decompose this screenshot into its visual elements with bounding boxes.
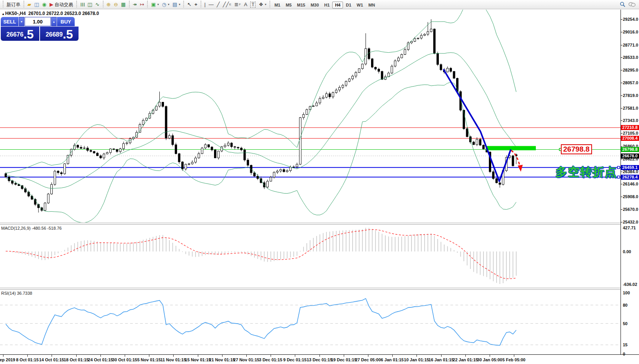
zoom-in-icon: ⊕	[107, 2, 111, 7]
rsi-pane-surface[interactable]	[0, 290, 621, 355]
equidistant-channel-icon: ╱╱	[223, 2, 229, 7]
chart-window-icon[interactable]: ◫	[33, 2, 40, 8]
time-axis-tick	[392, 355, 393, 357]
search-icon[interactable]	[620, 2, 626, 7]
main-chart-surface[interactable]	[0, 10, 621, 222]
line-chart-icon[interactable]: ∿	[94, 2, 101, 8]
price-axis-tick	[621, 159, 622, 159]
chart-settings-dropdown[interactable]: ▤▾	[171, 1, 182, 8]
text-label-icon[interactable]: T	[249, 1, 257, 8]
time-axis-label: 13 Dec 01:15	[307, 357, 333, 362]
time-axis-tick	[514, 355, 514, 357]
time-axis-label: 27 Nov 01:15	[233, 357, 259, 362]
new-chart-dropdown[interactable]: ▣▾	[149, 1, 160, 8]
time-axis-tick	[149, 355, 149, 357]
price-axis-tick	[621, 19, 622, 20]
autotrading-button-label: 自动交易	[55, 1, 73, 8]
cursor-icon[interactable]: ↖	[186, 2, 193, 8]
crosshair-icon[interactable]: ⌖	[193, 2, 199, 8]
time-axis-tick	[173, 355, 174, 357]
time-axis-tick	[441, 355, 442, 357]
time-axis-label: 22 Jan 01:15	[453, 357, 478, 362]
price-axis-label: 25908.0	[623, 194, 638, 199]
macd-pane-surface[interactable]	[0, 225, 621, 287]
timeframe-button-M15[interactable]: M15	[294, 2, 308, 8]
price-axis-tick	[621, 108, 622, 109]
trendline-icon: ╱	[217, 2, 220, 7]
timeframe-button-M1[interactable]: M1	[272, 2, 283, 8]
rsi-axis-label: 0	[623, 352, 625, 356]
timeframe-button-W1[interactable]: W1	[354, 2, 366, 8]
pane-divider[interactable]	[0, 223, 621, 225]
timeframe-button-MN[interactable]: MN	[366, 2, 378, 8]
horizontal-line-icon: —	[209, 2, 214, 7]
chart-shift-icon: ↦	[140, 2, 144, 7]
macd-axis-max: 427.71	[623, 225, 636, 230]
pane-divider[interactable]	[0, 288, 621, 290]
zoom-in-icon[interactable]: ⊕	[105, 2, 112, 8]
arrows-dropdown[interactable]: ❖▾	[257, 1, 268, 8]
time-axis-label: 30 Jan 05:00	[477, 357, 502, 362]
autotrading-button[interactable]: ▶自动交易	[48, 1, 75, 8]
arrows-dropdown: ❖	[259, 2, 263, 7]
price-tag: 26459.1	[621, 165, 639, 170]
price-axis-label: 28533.0	[623, 55, 638, 60]
time-axis-tick	[3, 355, 3, 357]
toolbar-grip	[129, 1, 130, 7]
time-axis-tick	[295, 355, 295, 357]
tile-windows-icon[interactable]: ▦	[119, 2, 127, 8]
price-axis-label: 28057.0	[623, 80, 638, 85]
bar-chart-icon[interactable]: ☰	[79, 2, 86, 8]
bar-chart-icon: ☰	[79, 2, 85, 7]
time-axis-label: 19 Dec 01:15	[331, 357, 357, 362]
time-axis-tick	[465, 355, 466, 357]
horizontal-line-icon[interactable]: —	[207, 2, 215, 8]
fibonacci-icon[interactable]: ≣F	[233, 1, 243, 8]
timeframe-button-M30[interactable]: M30	[308, 2, 321, 8]
price-axis-label: 27105.0	[623, 131, 638, 135]
gold-box-icon[interactable]: ▰	[26, 2, 33, 8]
candlestick-chart-icon[interactable]: ◫	[86, 2, 94, 8]
profiles-dropdown[interactable]: ◷▾	[161, 1, 171, 8]
time-axis-label: 5 Nov 01:15	[137, 357, 161, 362]
time-axis-label: 21 Nov 01:15	[209, 357, 235, 362]
rsi-axis-label: 80	[623, 303, 627, 307]
zoom-out-icon[interactable]: ⊖	[112, 2, 119, 8]
chart-shift-icon[interactable]: ↦	[139, 2, 146, 8]
timeframe-button-H4[interactable]: H4	[332, 2, 343, 8]
trendline-icon[interactable]: ╱	[215, 2, 221, 8]
macd-indicator-label: MACD(12,26,9) -480.56 -518.76	[1, 226, 62, 230]
time-axis-tick	[222, 355, 222, 357]
dropdown-arrow-icon: ▾	[179, 1, 180, 8]
timeframe-button-H1[interactable]: H1	[321, 2, 332, 8]
new-order-button[interactable]: 新订单	[5, 1, 22, 8]
auto-scroll-icon[interactable]: ↠	[131, 2, 139, 8]
fibonacci-icon: ≣	[234, 2, 239, 7]
signal-icon[interactable]: ◉	[40, 2, 48, 8]
text-icon[interactable]: A	[243, 2, 249, 8]
signal-icon: ◉	[42, 2, 46, 7]
timeframe-button-M5[interactable]: M5	[283, 2, 294, 8]
price-axis-tick	[621, 222, 622, 222]
turning-point-annotation[interactable]: 多空转折点	[555, 164, 617, 180]
line-chart-icon: ∿	[95, 2, 100, 7]
price-axis-tick	[621, 133, 622, 134]
time-axis-label: 18 Oct 01:15	[64, 357, 89, 362]
time-axis-label: 5 Feb 05:00	[502, 357, 525, 362]
toolbar-grip	[269, 1, 270, 7]
time-axis-tick	[27, 355, 28, 357]
macd-axis-min: -636.02	[623, 282, 637, 287]
toolbar-grip	[3, 1, 3, 7]
price-axis-tick	[621, 197, 622, 197]
time-axis-tick	[344, 355, 344, 357]
price-level-callout[interactable]: 26798.8	[561, 144, 592, 154]
equidistant-channel-icon[interactable]: ╱╱E	[221, 1, 233, 8]
price-axis-label: 27581.0	[623, 106, 638, 110]
chat-icon[interactable]	[629, 2, 636, 7]
vertical-line-icon[interactable]: |	[203, 2, 207, 8]
time-axis-tick	[52, 355, 52, 357]
time-axis-label: 11 Nov 01:15	[161, 357, 186, 362]
gold-box-icon: ▰	[27, 2, 31, 7]
price-axis-label: 26146.0	[623, 182, 638, 186]
timeframe-button-D1[interactable]: D1	[343, 2, 354, 8]
